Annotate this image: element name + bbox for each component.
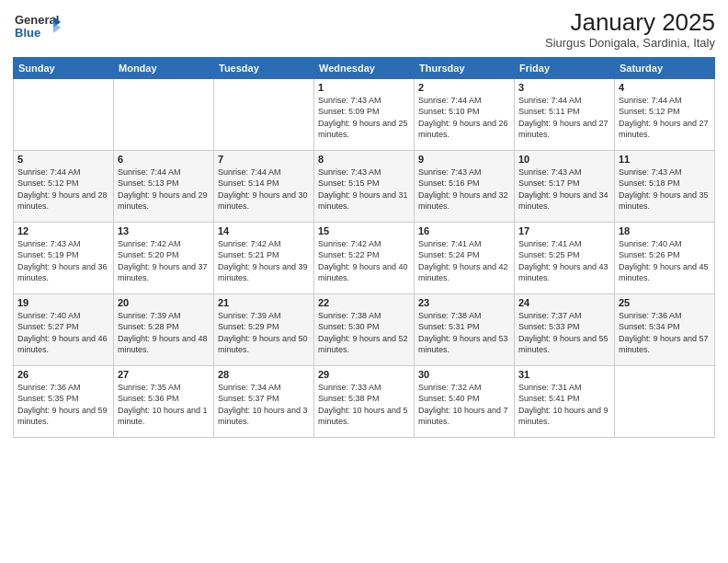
calendar-cell: [14, 78, 114, 150]
calendar-cell: 22Sunrise: 7:38 AM Sunset: 5:30 PM Dayli…: [314, 293, 415, 365]
day-info: Sunrise: 7:42 AM Sunset: 5:20 PM Dayligh…: [118, 238, 210, 284]
day-info: Sunrise: 7:41 AM Sunset: 5:25 PM Dayligh…: [518, 238, 610, 284]
day-number: 18: [619, 225, 711, 236]
day-number: 2: [418, 82, 510, 93]
day-number: 23: [418, 297, 510, 308]
calendar-cell: 11Sunrise: 7:43 AM Sunset: 5:18 PM Dayli…: [615, 150, 715, 222]
calendar-cell: 8Sunrise: 7:43 AM Sunset: 5:15 PM Daylig…: [314, 150, 415, 222]
day-info: Sunrise: 7:44 AM Sunset: 5:13 PM Dayligh…: [118, 167, 210, 213]
header-day-monday: Monday: [114, 57, 214, 78]
day-number: 13: [118, 225, 210, 236]
day-info: Sunrise: 7:44 AM Sunset: 5:12 PM Dayligh…: [619, 95, 711, 141]
page: General Blue January 2025 Siurgus Doniga…: [0, 0, 728, 563]
day-number: 1: [318, 82, 410, 93]
day-number: 30: [418, 369, 510, 380]
week-row-3: 12Sunrise: 7:43 AM Sunset: 5:19 PM Dayli…: [14, 222, 715, 293]
calendar-cell: 15Sunrise: 7:42 AM Sunset: 5:22 PM Dayli…: [314, 222, 415, 293]
calendar-cell: 26Sunrise: 7:36 AM Sunset: 5:35 PM Dayli…: [14, 365, 114, 437]
day-info: Sunrise: 7:36 AM Sunset: 5:35 PM Dayligh…: [17, 382, 109, 428]
day-info: Sunrise: 7:43 AM Sunset: 5:17 PM Dayligh…: [518, 167, 610, 213]
calendar-cell: 24Sunrise: 7:37 AM Sunset: 5:33 PM Dayli…: [515, 293, 615, 365]
day-number: 8: [318, 154, 410, 165]
calendar-cell: 7Sunrise: 7:44 AM Sunset: 5:14 PM Daylig…: [214, 150, 314, 222]
day-info: Sunrise: 7:41 AM Sunset: 5:24 PM Dayligh…: [418, 238, 510, 284]
day-info: Sunrise: 7:44 AM Sunset: 5:11 PM Dayligh…: [518, 95, 610, 141]
day-info: Sunrise: 7:31 AM Sunset: 5:41 PM Dayligh…: [518, 382, 610, 428]
day-number: 6: [118, 154, 210, 165]
calendar-cell: 6Sunrise: 7:44 AM Sunset: 5:13 PM Daylig…: [114, 150, 214, 222]
day-number: 5: [17, 154, 109, 165]
day-number: 16: [418, 225, 510, 236]
calendar-cell: [114, 78, 214, 150]
day-info: Sunrise: 7:38 AM Sunset: 5:31 PM Dayligh…: [418, 310, 510, 356]
calendar-table: SundayMondayTuesdayWednesdayThursdayFrid…: [13, 57, 715, 438]
day-number: 9: [418, 154, 510, 165]
day-info: Sunrise: 7:36 AM Sunset: 5:34 PM Dayligh…: [619, 310, 711, 356]
day-info: Sunrise: 7:38 AM Sunset: 5:30 PM Dayligh…: [318, 310, 410, 356]
day-info: Sunrise: 7:42 AM Sunset: 5:21 PM Dayligh…: [218, 238, 310, 284]
day-number: 28: [218, 369, 310, 380]
week-row-5: 26Sunrise: 7:36 AM Sunset: 5:35 PM Dayli…: [14, 365, 715, 437]
calendar-cell: 16Sunrise: 7:41 AM Sunset: 5:24 PM Dayli…: [415, 222, 515, 293]
calendar-cell: 21Sunrise: 7:39 AM Sunset: 5:29 PM Dayli…: [214, 293, 314, 365]
day-number: 26: [17, 369, 109, 380]
week-row-1: 1Sunrise: 7:43 AM Sunset: 5:09 PM Daylig…: [14, 78, 715, 150]
calendar-cell: 10Sunrise: 7:43 AM Sunset: 5:17 PM Dayli…: [515, 150, 615, 222]
header-day-thursday: Thursday: [415, 57, 515, 78]
day-info: Sunrise: 7:32 AM Sunset: 5:40 PM Dayligh…: [418, 382, 510, 428]
calendar-cell: 17Sunrise: 7:41 AM Sunset: 5:25 PM Dayli…: [515, 222, 615, 293]
calendar-cell: 1Sunrise: 7:43 AM Sunset: 5:09 PM Daylig…: [314, 78, 415, 150]
day-info: Sunrise: 7:39 AM Sunset: 5:29 PM Dayligh…: [218, 310, 310, 356]
svg-text:Blue: Blue: [15, 26, 40, 40]
calendar-cell: 23Sunrise: 7:38 AM Sunset: 5:31 PM Dayli…: [415, 293, 515, 365]
day-info: Sunrise: 7:33 AM Sunset: 5:38 PM Dayligh…: [318, 382, 410, 428]
calendar-cell: [214, 78, 314, 150]
day-info: Sunrise: 7:40 AM Sunset: 5:27 PM Dayligh…: [17, 310, 109, 356]
day-info: Sunrise: 7:44 AM Sunset: 5:14 PM Dayligh…: [218, 167, 310, 213]
week-row-4: 19Sunrise: 7:40 AM Sunset: 5:27 PM Dayli…: [14, 293, 715, 365]
calendar-cell: 9Sunrise: 7:43 AM Sunset: 5:16 PM Daylig…: [415, 150, 515, 222]
day-number: 11: [619, 154, 711, 165]
day-number: 20: [118, 297, 210, 308]
day-number: 3: [518, 82, 610, 93]
day-info: Sunrise: 7:40 AM Sunset: 5:26 PM Dayligh…: [619, 238, 711, 284]
svg-text:General: General: [15, 13, 59, 27]
month-title: January 2025: [545, 9, 715, 36]
calendar-cell: 29Sunrise: 7:33 AM Sunset: 5:38 PM Dayli…: [314, 365, 415, 437]
day-info: Sunrise: 7:35 AM Sunset: 5:36 PM Dayligh…: [118, 382, 210, 428]
day-info: Sunrise: 7:43 AM Sunset: 5:15 PM Dayligh…: [318, 167, 410, 213]
calendar-cell: 18Sunrise: 7:40 AM Sunset: 5:26 PM Dayli…: [615, 222, 715, 293]
header-day-tuesday: Tuesday: [214, 57, 314, 78]
day-number: 25: [619, 297, 711, 308]
calendar-cell: 14Sunrise: 7:42 AM Sunset: 5:21 PM Dayli…: [214, 222, 314, 293]
day-number: 4: [619, 82, 711, 93]
header-day-friday: Friday: [515, 57, 615, 78]
day-info: Sunrise: 7:34 AM Sunset: 5:37 PM Dayligh…: [218, 382, 310, 428]
calendar-cell: 13Sunrise: 7:42 AM Sunset: 5:20 PM Dayli…: [114, 222, 214, 293]
day-info: Sunrise: 7:44 AM Sunset: 5:12 PM Dayligh…: [17, 167, 109, 213]
day-number: 21: [218, 297, 310, 308]
calendar-cell: 28Sunrise: 7:34 AM Sunset: 5:37 PM Dayli…: [214, 365, 314, 437]
calendar-cell: 5Sunrise: 7:44 AM Sunset: 5:12 PM Daylig…: [14, 150, 114, 222]
calendar-cell: 25Sunrise: 7:36 AM Sunset: 5:34 PM Dayli…: [615, 293, 715, 365]
location-subtitle: Siurgus Donigala, Sardinia, Italy: [545, 36, 715, 50]
calendar-cell: 27Sunrise: 7:35 AM Sunset: 5:36 PM Dayli…: [114, 365, 214, 437]
day-number: 27: [118, 369, 210, 380]
header: General Blue January 2025 Siurgus Doniga…: [13, 9, 715, 50]
title-area: January 2025 Siurgus Donigala, Sardinia,…: [545, 9, 715, 50]
day-number: 10: [518, 154, 610, 165]
day-number: 29: [318, 369, 410, 380]
calendar-cell: 4Sunrise: 7:44 AM Sunset: 5:12 PM Daylig…: [615, 78, 715, 150]
header-row: SundayMondayTuesdayWednesdayThursdayFrid…: [14, 57, 715, 78]
day-info: Sunrise: 7:43 AM Sunset: 5:09 PM Dayligh…: [318, 95, 410, 141]
day-info: Sunrise: 7:43 AM Sunset: 5:16 PM Dayligh…: [418, 167, 510, 213]
day-number: 17: [518, 225, 610, 236]
day-number: 15: [318, 225, 410, 236]
logo: General Blue: [13, 9, 61, 48]
day-info: Sunrise: 7:43 AM Sunset: 5:19 PM Dayligh…: [17, 238, 109, 284]
header-day-saturday: Saturday: [615, 57, 715, 78]
day-info: Sunrise: 7:37 AM Sunset: 5:33 PM Dayligh…: [518, 310, 610, 356]
week-row-2: 5Sunrise: 7:44 AM Sunset: 5:12 PM Daylig…: [14, 150, 715, 222]
calendar-cell: 3Sunrise: 7:44 AM Sunset: 5:11 PM Daylig…: [515, 78, 615, 150]
header-day-wednesday: Wednesday: [314, 57, 415, 78]
